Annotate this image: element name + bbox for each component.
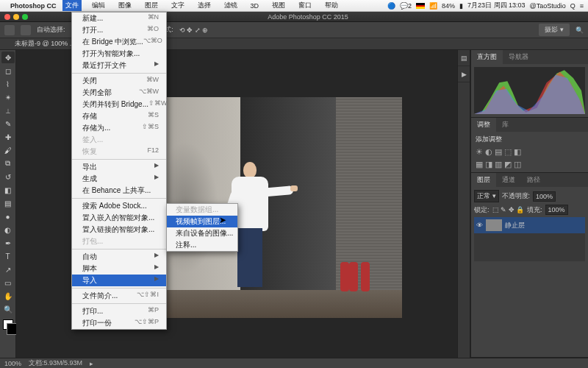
file-menu-item[interactable]: 在 Behance 上共享... xyxy=(72,185,166,197)
marquee-tool[interactable]: ◻ xyxy=(1,65,15,77)
adjustment-icons-row2[interactable]: ▦ ◨ ▥ ◩ ◫ xyxy=(476,160,584,169)
social-icon[interactable]: 🔵 xyxy=(387,2,395,10)
file-menu-item[interactable]: 存储⌘S xyxy=(72,110,166,122)
import-submenu-item[interactable]: 注释... xyxy=(167,239,237,251)
import-submenu-item[interactable]: 视频帧到图层... xyxy=(167,216,237,227)
color-swatch[interactable] xyxy=(3,319,13,330)
layers-panel: 图层 通道 路径 正常 ▾ 不透明度: 100% 锁定: ⬚ ✎ ✥ 🔒 填充:… xyxy=(471,173,588,358)
file-menu-item[interactable]: 置入链接的智能对象... xyxy=(72,224,166,236)
hand-tool[interactable]: ✋ xyxy=(1,290,15,302)
tab-paths[interactable]: 路径 xyxy=(521,173,546,187)
visibility-icon[interactable]: 👁 xyxy=(476,222,483,229)
file-menu-item[interactable]: 生成▶ xyxy=(72,173,166,185)
move-tool[interactable]: ✥ xyxy=(1,52,15,63)
workspace-switcher[interactable]: 摄影 ▾ xyxy=(539,24,570,36)
menu-window[interactable]: 窗口 xyxy=(295,0,315,11)
layer-item[interactable]: 👁 静止层 xyxy=(474,217,585,233)
file-menu-item[interactable]: 导出▶ xyxy=(72,161,166,173)
menu-type[interactable]: 文字 xyxy=(168,0,187,11)
wand-tool[interactable]: ✴ xyxy=(1,91,15,103)
file-menu-item[interactable]: 打印一份⌥⇧⌘P xyxy=(72,317,166,329)
dodge-tool[interactable]: ◐ xyxy=(1,224,15,236)
layer-thumbnail[interactable] xyxy=(486,219,502,231)
menu-edit[interactable]: 编辑 xyxy=(89,0,108,11)
menu-select[interactable]: 选择 xyxy=(195,0,214,11)
lock-icons[interactable]: ⬚ ✎ ✥ 🔒 xyxy=(492,206,525,213)
document-tab[interactable]: 未标题-9 @ 100% ... xyxy=(15,39,75,49)
minimize-window-button[interactable] xyxy=(13,14,19,20)
stamp-tool[interactable]: ⧉ xyxy=(1,158,15,169)
file-menu-item[interactable]: 关闭⌘W xyxy=(72,75,166,87)
menu-image[interactable]: 图像 xyxy=(115,0,135,11)
wifi-icon[interactable]: 📶 xyxy=(429,2,437,10)
battery-icon: ▮ xyxy=(459,2,463,10)
menubar-app-name[interactable]: Photoshop CC xyxy=(10,2,57,10)
eraser-tool[interactable]: ◧ xyxy=(1,184,15,196)
import-submenu-item[interactable]: 来自设备的图像... xyxy=(167,227,237,239)
file-menu-item[interactable]: 关闭全部⌥⌘W xyxy=(72,87,166,99)
shape-tool[interactable]: ▭ xyxy=(1,277,15,289)
tab-adjustments[interactable]: 调整 xyxy=(471,118,496,132)
menu-layer[interactable]: 图层 xyxy=(142,0,161,11)
history-brush-tool[interactable]: ↺ xyxy=(1,171,15,183)
search-icon[interactable]: 🔍 xyxy=(576,26,584,34)
spotlight-icon[interactable]: Q xyxy=(570,2,576,10)
tab-channels[interactable]: 通道 xyxy=(496,173,521,187)
pen-tool[interactable]: ✒ xyxy=(1,237,15,249)
close-window-button[interactable] xyxy=(4,14,10,20)
file-menu-item[interactable]: 最近打开文件▶ xyxy=(72,60,166,71)
adjustment-icons-row1[interactable]: ☀ ◐ ▤ ⬚ ◧ xyxy=(476,147,584,157)
blend-mode-select[interactable]: 正常 ▾ xyxy=(474,190,499,202)
tab-navigator[interactable]: 导航器 xyxy=(503,50,534,64)
crop-tool[interactable]: ⟂ xyxy=(1,105,15,116)
file-menu-item[interactable]: 搜索 Adobe Stock... xyxy=(72,200,166,212)
path-tool[interactable]: ↗ xyxy=(1,263,15,275)
fill-input[interactable]: 100% xyxy=(545,205,568,215)
file-menu-item[interactable]: 存储为...⇧⌘S xyxy=(72,122,166,134)
doc-info[interactable]: 文档:5.93M/5.93M xyxy=(29,358,82,368)
opacity-input[interactable]: 100% xyxy=(533,191,556,202)
tab-histogram[interactable]: 直方图 xyxy=(471,50,503,64)
tab-layers[interactable]: 图层 xyxy=(471,173,496,187)
type-tool[interactable]: T xyxy=(1,250,15,262)
file-menu-item[interactable]: 打印...⌘P xyxy=(72,305,166,317)
battery-status[interactable]: 84% xyxy=(442,2,455,10)
file-menu-item[interactable]: 在 Bridge 中浏览...⌥⌘O xyxy=(72,36,166,48)
menu-extra-icon[interactable]: ≡ xyxy=(580,2,584,10)
eyedropper-tool[interactable]: ✎ xyxy=(1,118,15,130)
menu-view[interactable]: 视图 xyxy=(269,0,288,11)
file-menu-item[interactable]: 置入嵌入的智能对象... xyxy=(72,212,166,224)
menu-filter[interactable]: 滤镜 xyxy=(221,0,240,11)
3d-mode-icons[interactable]: ⟲ ✥ ⤢ ⊕ xyxy=(179,26,209,34)
file-menu-item[interactable]: 导入▶ xyxy=(72,275,166,286)
ps-logo-icon[interactable] xyxy=(4,25,15,35)
file-menu-item[interactable]: 关闭并转到 Bridge...⇧⌘W xyxy=(72,99,166,110)
menu-help[interactable]: 帮助 xyxy=(322,0,341,11)
layer-name[interactable]: 静止层 xyxy=(505,221,525,230)
menu-file[interactable]: 文件 xyxy=(62,0,82,11)
zoom-window-button[interactable] xyxy=(22,14,28,20)
layers-list[interactable]: 👁 静止层 xyxy=(474,217,585,261)
heal-tool[interactable]: ✚ xyxy=(1,131,15,143)
tab-libraries[interactable]: 库 xyxy=(496,118,514,132)
user-name[interactable]: @TaoStudio xyxy=(530,2,566,10)
blur-tool[interactable]: ● xyxy=(1,210,15,222)
file-menu-item[interactable]: 打开为智能对象... xyxy=(72,48,166,60)
gradient-tool[interactable]: ▤ xyxy=(1,197,15,209)
file-menu-item[interactable]: 脚本▶ xyxy=(72,263,166,275)
history-panel-icon[interactable]: ▤ xyxy=(458,50,470,66)
keyboard-flag-icon[interactable] xyxy=(416,3,425,9)
brush-tool[interactable]: 🖌 xyxy=(1,144,15,156)
menu-3d[interactable]: 3D xyxy=(248,1,262,10)
lasso-tool[interactable]: ⌇ xyxy=(1,78,15,90)
file-menu-item[interactable]: 文件简介...⌥⇧⌘I xyxy=(72,290,166,302)
actions-panel-icon[interactable]: ▶ xyxy=(458,66,470,82)
clock[interactable]: 7月23日 周四 13:03 xyxy=(467,1,526,10)
file-menu-item[interactable]: 自动▶ xyxy=(72,251,166,263)
zoom-level[interactable]: 100% xyxy=(4,360,21,367)
zoom-tool[interactable]: 🔍 xyxy=(1,303,15,315)
file-menu-item[interactable]: 打开...⌘O xyxy=(72,24,166,36)
chevron-right-icon[interactable]: ▸ xyxy=(90,360,93,367)
file-menu-item[interactable]: 新建...⌘N xyxy=(72,13,166,24)
chat-icon[interactable]: 💬2 xyxy=(400,2,412,10)
